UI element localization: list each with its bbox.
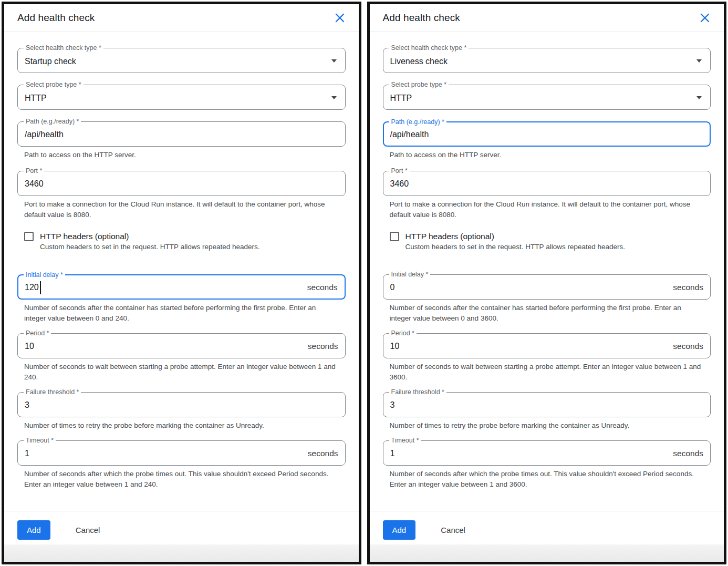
timeout-helper: Number of seconds after which the probe …: [24, 469, 339, 490]
seconds-suffix: seconds: [308, 448, 338, 458]
health-check-type-label: Select health check type *: [389, 44, 469, 53]
health-check-type-label: Select health check type *: [24, 44, 103, 53]
dialog-liveness-check: Add health check Select health check typ…: [367, 2, 727, 564]
initial-delay-input[interactable]: [383, 275, 711, 299]
timeout-helper: Number of seconds after which the probe …: [390, 469, 705, 490]
close-icon: [335, 13, 345, 23]
period-label: Period *: [389, 329, 417, 338]
port-label: Port *: [24, 167, 44, 176]
close-icon: [700, 13, 710, 23]
chevron-down-icon: [331, 59, 337, 63]
http-headers-label: HTTP headers (optional): [405, 231, 625, 242]
timeout-label: Timeout *: [24, 436, 56, 445]
http-headers-checkbox[interactable]: [24, 232, 34, 241]
initial-delay-helper: Number of seconds after the container ha…: [24, 303, 339, 324]
chevron-down-icon: [331, 96, 337, 99]
screenshot-canvas: Add health check Select health check typ…: [0, 0, 728, 566]
period-field: Period * seconds: [383, 333, 711, 358]
timeout-input[interactable]: [383, 441, 711, 465]
path-label: Path (e.g./ready) *: [24, 117, 81, 126]
actions-row: Add Cancel: [17, 520, 346, 540]
add-button[interactable]: Add: [383, 520, 416, 540]
actions-divider: [4, 511, 359, 511]
period-helper: Number of seconds to wait between starti…: [390, 362, 705, 383]
http-headers-row: HTTP headers (optional) Custom headers t…: [24, 231, 346, 252]
period-helper: Number of seconds to wait between starti…: [24, 362, 339, 383]
port-input[interactable]: [18, 171, 345, 195]
probe-type-label: Select probe type *: [389, 80, 449, 89]
path-field: Path (e.g./ready) *: [383, 121, 711, 147]
initial-delay-input[interactable]: [18, 275, 345, 299]
period-input[interactable]: [18, 334, 345, 358]
initial-delay-helper: Number of seconds after the container ha…: [390, 303, 705, 324]
seconds-suffix: seconds: [308, 341, 338, 351]
actions-row: Add Cancel: [383, 520, 711, 540]
failure-threshold-label: Failure threshold *: [389, 388, 446, 397]
actions-divider: [370, 511, 724, 511]
initial-delay-field: Initial delay * seconds: [383, 274, 711, 300]
http-headers-helper: Custom headers to set in the request. HT…: [40, 242, 259, 252]
dialog-header: Add health check: [370, 4, 724, 32]
backdrop-strip: [4, 544, 359, 562]
initial-delay-label: Initial delay *: [24, 271, 65, 280]
dialog-header: Add health check: [4, 4, 359, 32]
failure-threshold-label: Failure threshold *: [24, 388, 81, 397]
health-check-type-select[interactable]: Select health check type * Startup check: [17, 48, 346, 73]
initial-delay-field: Initial delay * seconds: [17, 274, 346, 300]
failure-threshold-field: Failure threshold *: [383, 392, 711, 417]
timeout-label: Timeout *: [389, 436, 421, 445]
port-field: Port *: [17, 171, 346, 196]
seconds-suffix: seconds: [673, 282, 703, 292]
http-headers-label: HTTP headers (optional): [40, 231, 259, 242]
seconds-suffix: seconds: [307, 282, 338, 292]
port-input[interactable]: [383, 171, 711, 195]
period-field: Period * seconds: [17, 333, 346, 358]
port-helper: Port to make a connection for the Cloud …: [24, 199, 339, 220]
dialog-form: Select health check type * Startup check…: [4, 32, 359, 544]
probe-type-select[interactable]: Select probe type * HTTP: [383, 85, 711, 110]
chevron-down-icon: [696, 96, 702, 99]
http-headers-helper: Custom headers to set in the request. HT…: [405, 242, 625, 252]
dialog-startup-check: Add health check Select health check typ…: [2, 2, 361, 564]
failure-threshold-field: Failure threshold *: [17, 392, 346, 417]
dialog-title: Add health check: [383, 12, 460, 24]
port-helper: Port to make a connection for the Cloud …: [390, 199, 705, 220]
timeout-field: Timeout * seconds: [383, 440, 711, 466]
cancel-button[interactable]: Cancel: [441, 526, 465, 534]
path-helper: Path to access on the HTTP server.: [390, 150, 705, 160]
path-helper: Path to access on the HTTP server.: [24, 150, 339, 160]
failure-threshold-helper: Number of times to retry the probe befor…: [390, 420, 705, 431]
path-label: Path (e.g./ready) *: [389, 118, 446, 127]
chevron-down-icon: [696, 59, 702, 63]
close-button[interactable]: [334, 12, 346, 24]
backdrop-strip: [370, 544, 724, 562]
initial-delay-label: Initial delay *: [389, 270, 431, 279]
port-label: Port *: [389, 167, 410, 176]
add-button[interactable]: Add: [17, 520, 50, 540]
text-cursor: [40, 281, 41, 294]
period-input[interactable]: [383, 334, 711, 358]
health-check-type-select[interactable]: Select health check type * Liveness chec…: [383, 48, 711, 73]
dialog-form: Select health check type * Liveness chec…: [370, 32, 724, 544]
timeout-input[interactable]: [18, 441, 345, 465]
dialog-title: Add health check: [17, 12, 95, 24]
http-headers-checkbox[interactable]: [390, 232, 399, 241]
cancel-button[interactable]: Cancel: [76, 526, 100, 534]
path-field: Path (e.g./ready) *: [17, 121, 346, 147]
failure-threshold-helper: Number of times to retry the probe befor…: [24, 420, 339, 431]
seconds-suffix: seconds: [673, 341, 703, 351]
close-button[interactable]: [699, 12, 711, 24]
probe-type-select[interactable]: Select probe type * HTTP: [17, 85, 346, 110]
seconds-suffix: seconds: [673, 448, 703, 458]
port-field: Port *: [383, 171, 711, 196]
period-label: Period *: [24, 329, 51, 338]
http-headers-row: HTTP headers (optional) Custom headers t…: [390, 231, 711, 252]
probe-type-label: Select probe type *: [24, 80, 84, 89]
timeout-field: Timeout * seconds: [17, 440, 346, 466]
